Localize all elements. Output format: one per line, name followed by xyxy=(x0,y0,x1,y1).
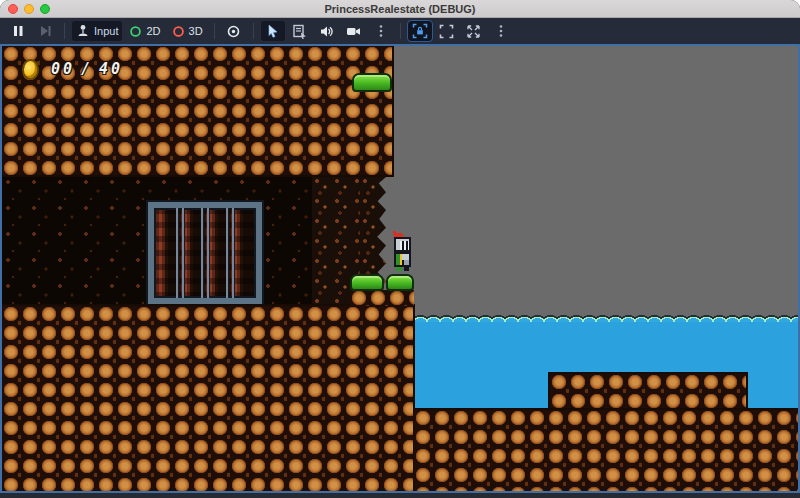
camera-menu-button[interactable] xyxy=(369,21,393,41)
coin-divider: / xyxy=(81,60,93,78)
grass-block-top xyxy=(352,73,392,92)
window-title: PrincessRealestate (DEBUG) xyxy=(0,3,800,15)
2d-mode-toggle[interactable]: 2D xyxy=(125,21,164,41)
2d-mode-label: 2D xyxy=(146,25,160,37)
input-mode-toggle[interactable]: Input xyxy=(72,21,122,41)
cursor-icon xyxy=(266,24,280,38)
toolbar-separator xyxy=(400,23,401,39)
next-frame-icon xyxy=(38,24,52,38)
next-frame-button[interactable] xyxy=(33,21,57,41)
coin-hud: 00/40 xyxy=(24,60,129,78)
joystick-icon xyxy=(76,24,90,38)
camera-icon xyxy=(346,24,361,39)
game-viewport[interactable]: 00/40 xyxy=(0,44,800,493)
coin-counter: 00/40 xyxy=(51,60,129,78)
embed-lock-icon xyxy=(412,23,428,39)
toolbar-separator xyxy=(253,23,254,39)
list-select-icon xyxy=(292,24,307,39)
ellipsis-icon xyxy=(378,24,384,38)
gate-bar xyxy=(207,208,209,298)
selection-list-button[interactable] xyxy=(288,21,312,41)
embed-game-button[interactable] xyxy=(408,21,432,41)
grass-platform xyxy=(350,274,384,291)
gate-bar xyxy=(176,208,178,298)
camera-override-button[interactable] xyxy=(342,21,366,41)
ellipsis-icon xyxy=(498,24,504,38)
expand-window-button[interactable] xyxy=(462,21,486,41)
knight-player xyxy=(385,231,415,273)
app-window: PrincessRealestate (DEBUG) Input 2D 3D xyxy=(0,0,800,498)
coin-icon xyxy=(24,61,37,78)
fullscreen-button[interactable] xyxy=(435,21,459,41)
more-menu-button[interactable] xyxy=(489,21,513,41)
gate-bar xyxy=(226,208,228,298)
minimize-window-button[interactable] xyxy=(24,4,34,14)
toolbar-separator xyxy=(214,23,215,39)
circle-3d-icon xyxy=(172,25,185,38)
debug-toolbar: Input 2D 3D xyxy=(0,18,800,44)
audio-mute-button[interactable] xyxy=(315,21,339,41)
fullscreen-icon xyxy=(439,24,454,39)
speaker-icon xyxy=(319,24,334,39)
circle-2d-icon xyxy=(129,25,142,38)
gate-bar xyxy=(182,208,184,298)
underwater-dirt-platform xyxy=(548,372,748,408)
gate-bar xyxy=(201,208,203,298)
input-mode-label: Input xyxy=(94,25,118,37)
dirt-under-platforms xyxy=(350,290,414,306)
coin-total: 40 xyxy=(99,60,123,78)
titlebar: PrincessRealestate (DEBUG) xyxy=(0,0,800,18)
zoom-window-button[interactable] xyxy=(40,4,50,14)
ground-left xyxy=(2,304,415,491)
window-bottom-edge xyxy=(0,493,800,498)
unobstructed-view-button[interactable] xyxy=(222,21,246,41)
close-window-button[interactable] xyxy=(8,4,18,14)
expand-arrows-icon xyxy=(466,24,481,39)
grass-platform xyxy=(386,274,414,291)
3d-mode-label: 3D xyxy=(189,25,203,37)
pause-icon xyxy=(11,24,25,38)
gate-bar xyxy=(232,208,234,298)
eye-icon xyxy=(226,24,241,39)
barred-gate xyxy=(148,202,262,304)
coin-count: 00 xyxy=(51,60,75,78)
toolbar-separator xyxy=(64,23,65,39)
pause-button[interactable] xyxy=(6,21,30,41)
ground-right xyxy=(414,408,798,491)
select-mode-button[interactable] xyxy=(261,21,285,41)
water-surface xyxy=(414,313,798,322)
3d-mode-toggle[interactable]: 3D xyxy=(168,21,207,41)
